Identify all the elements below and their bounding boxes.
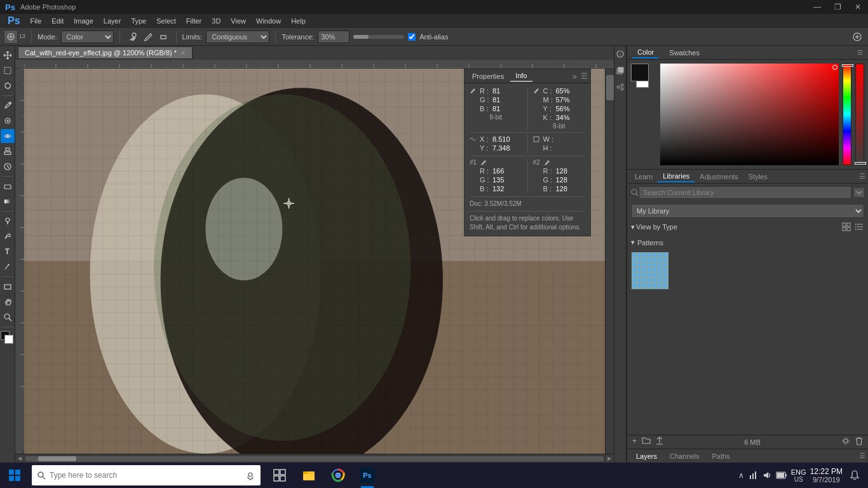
battery-icon[interactable] <box>776 470 787 480</box>
menu-file[interactable]: File <box>25 16 47 26</box>
search-mic-icon[interactable] <box>245 470 255 480</box>
notification-button[interactable] <box>846 467 863 484</box>
lib-select[interactable]: My Library <box>631 204 864 218</box>
menu-ps[interactable]: Ps <box>3 15 25 27</box>
info-menu-icon[interactable]: ☰ <box>581 72 588 81</box>
lib-search-input[interactable] <box>639 186 851 199</box>
info-tab[interactable]: Info <box>510 71 532 82</box>
menu-window[interactable]: Window <box>251 16 286 26</box>
mode-select[interactable]: Color Hue Saturation Luminosity <box>61 30 114 43</box>
taskbar-photoshop[interactable]: Ps <box>353 463 381 488</box>
upload-icon[interactable] <box>656 437 663 447</box>
swatches-tab[interactable]: Swatches <box>664 48 705 58</box>
minimize-button[interactable]: — <box>807 0 827 14</box>
taskbar-search-bar[interactable] <box>32 465 261 485</box>
info-expand-icon[interactable]: » <box>572 71 577 81</box>
tool-zoom[interactable] <box>1 310 15 324</box>
tool-move[interactable] <box>1 48 15 62</box>
trash-icon[interactable] <box>855 437 863 447</box>
volume-icon[interactable] <box>762 470 772 480</box>
styles-tab[interactable]: Styles <box>743 172 773 182</box>
scroll-h-thumb[interactable] <box>38 456 76 461</box>
patterns-section-header[interactable]: ▾ Patterns <box>631 237 864 248</box>
tool-history[interactable] <box>1 159 15 173</box>
learn-tab[interactable]: Learn <box>630 172 658 182</box>
settings-icon[interactable] <box>841 437 850 447</box>
scroll-v[interactable] <box>605 69 614 454</box>
scroll-right-btn[interactable]: ▶ <box>605 454 614 463</box>
lib-search-dropdown[interactable]: ▼ <box>854 188 864 197</box>
lcp-menu-icon[interactable]: ☰ <box>859 452 865 460</box>
pattern-item-1[interactable] <box>631 252 669 290</box>
brush-options-icon[interactable] <box>850 30 864 44</box>
limits-select[interactable]: Contiguous Discontiguous Find Edges <box>206 30 269 43</box>
properties-icon-rt[interactable]: i <box>614 48 626 60</box>
menu-edit[interactable]: Edit <box>46 16 69 26</box>
tool-preset-picker[interactable] <box>4 30 18 44</box>
channels-tab[interactable]: Channels <box>663 451 705 461</box>
tool-healing[interactable] <box>1 114 15 128</box>
menu-view[interactable]: View <box>226 16 251 26</box>
menu-layer[interactable]: Layer <box>98 16 126 26</box>
network-icon[interactable] <box>748 470 758 480</box>
taskbar-chrome[interactable] <box>324 463 352 488</box>
tool-pen[interactable] <box>1 229 15 243</box>
close-button[interactable]: ✕ <box>848 0 868 14</box>
menu-filter[interactable]: Filter <box>181 16 207 26</box>
background-color[interactable] <box>4 335 13 344</box>
tool-stamp[interactable] <box>1 144 15 158</box>
tool-gradient[interactable] <box>1 194 15 208</box>
tool-lasso[interactable] <box>1 79 15 93</box>
add-item-icon[interactable]: + <box>632 437 637 447</box>
tool-dodge[interactable] <box>1 214 15 228</box>
tool-text[interactable]: T <box>1 245 15 259</box>
tab-close-button[interactable]: ✕ <box>180 50 186 57</box>
scroll-left-btn[interactable]: ◀ <box>15 454 24 463</box>
libraries-tab[interactable]: Libraries <box>658 171 695 182</box>
antialias-checkbox[interactable] <box>408 33 416 41</box>
properties-tab[interactable]: Properties <box>467 71 509 81</box>
taskbar-task-view[interactable] <box>266 463 294 488</box>
paths-tab[interactable]: Paths <box>706 451 736 461</box>
foreground-swatch[interactable] <box>631 64 649 81</box>
maximize-button[interactable]: ❐ <box>827 0 848 14</box>
opacity-slider[interactable] <box>855 64 864 165</box>
menu-type[interactable]: Type <box>126 16 151 26</box>
color-panel-menu[interactable]: ☰ <box>857 49 863 56</box>
time-date-block[interactable]: 12:22 PM 9/7/2019 <box>810 467 843 484</box>
color-gradient[interactable] <box>660 64 839 165</box>
layers-tab[interactable]: Layers <box>630 451 663 461</box>
foreground-icon-rt[interactable] <box>614 65 626 76</box>
taskbar-search-input[interactable] <box>50 471 241 480</box>
tool-path-select[interactable] <box>1 260 15 274</box>
fg-bg-colors[interactable] <box>1 331 15 345</box>
hue-slider[interactable] <box>843 64 851 165</box>
canvas-content[interactable]: Properties Info » ☰ R : 81 <box>24 69 605 454</box>
menu-image[interactable]: Image <box>69 16 98 26</box>
lib-menu-icon[interactable]: ☰ <box>859 172 865 180</box>
taskbar-start-button[interactable] <box>0 463 29 488</box>
tool-eyedropper[interactable] <box>1 98 15 112</box>
menu-select[interactable]: Select <box>151 16 181 26</box>
language-indicator[interactable]: ENG US <box>791 468 806 483</box>
adjustment-icon-rt[interactable] <box>614 81 626 93</box>
tool-redeye[interactable] <box>1 129 15 143</box>
list-view-icon[interactable] <box>854 222 864 232</box>
grid-view-icon[interactable] <box>841 222 851 232</box>
scroll-v-thumb[interactable] <box>606 75 614 100</box>
document-tab[interactable]: Cat_with_red-eye_effect.jpg @ 1200% (RGB… <box>18 46 193 59</box>
brush-tool-icon[interactable] <box>141 30 155 44</box>
menu-3d[interactable]: 3D <box>207 16 226 26</box>
tolerance-input[interactable] <box>318 30 349 43</box>
menu-help[interactable]: Help <box>286 16 311 26</box>
color-tab[interactable]: Color <box>632 47 659 58</box>
sample-icon[interactable] <box>126 30 140 44</box>
tool-marquee[interactable] <box>1 64 15 78</box>
taskbar-file-explorer[interactable] <box>295 463 323 488</box>
adjustments-tab[interactable]: Adjustments <box>695 172 743 182</box>
tool-rectangle[interactable] <box>1 280 15 294</box>
folder-icon[interactable] <box>642 437 651 447</box>
show-hidden-icons[interactable]: ∧ <box>738 471 744 480</box>
tool-eraser[interactable] <box>1 179 15 193</box>
eraser-tool-icon[interactable] <box>156 30 170 44</box>
